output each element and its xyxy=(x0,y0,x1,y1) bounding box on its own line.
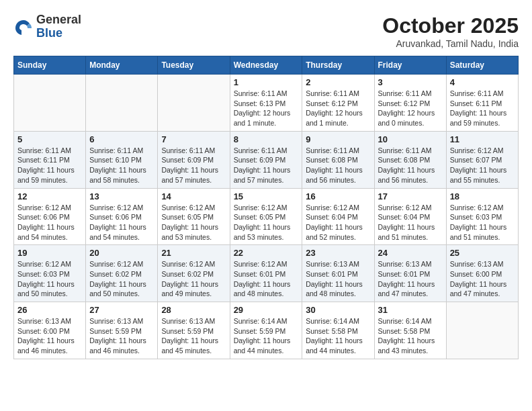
day-info: Sunrise: 6:13 AMSunset: 5:59 PMDaylight:… xyxy=(89,316,154,356)
day-number: 19 xyxy=(17,248,82,258)
calendar-day-cell: 25Sunrise: 6:13 AMSunset: 6:00 PMDayligh… xyxy=(446,245,518,302)
day-number: 11 xyxy=(450,134,515,144)
day-info: Sunrise: 6:11 AMSunset: 6:09 PMDaylight:… xyxy=(234,146,299,185)
day-info: Sunrise: 6:13 AMSunset: 5:59 PMDaylight:… xyxy=(161,316,226,356)
day-number: 3 xyxy=(378,77,443,87)
calendar-week-row: 12Sunrise: 6:12 AMSunset: 6:06 PMDayligh… xyxy=(14,188,519,245)
day-info: Sunrise: 6:12 AMSunset: 6:06 PMDaylight:… xyxy=(17,203,82,242)
day-info: Sunrise: 6:14 AMSunset: 5:58 PMDaylight:… xyxy=(378,316,443,356)
day-number: 1 xyxy=(234,77,299,87)
day-info: Sunrise: 6:13 AMSunset: 6:01 PMDaylight:… xyxy=(306,259,370,299)
day-info: Sunrise: 6:11 AMSunset: 6:12 PMDaylight:… xyxy=(306,89,370,128)
day-number: 20 xyxy=(89,248,154,258)
calendar-day-cell xyxy=(86,75,158,132)
day-info: Sunrise: 6:12 AMSunset: 6:06 PMDaylight:… xyxy=(89,203,154,242)
calendar-day-cell: 23Sunrise: 6:13 AMSunset: 6:01 PMDayligh… xyxy=(302,245,374,302)
calendar-day-cell xyxy=(14,75,86,132)
day-number: 2 xyxy=(306,77,370,87)
calendar-table: SundayMondayTuesdayWednesdayThursdayFrid… xyxy=(13,56,519,359)
calendar-day-cell: 1Sunrise: 6:11 AMSunset: 6:13 PMDaylight… xyxy=(230,75,302,132)
location-subtitle: Aruvankad, Tamil Nadu, India xyxy=(382,38,519,49)
calendar-header-tuesday: Tuesday xyxy=(158,56,230,75)
calendar-day-cell: 16Sunrise: 6:12 AMSunset: 6:04 PMDayligh… xyxy=(302,188,374,245)
day-info: Sunrise: 6:11 AMSunset: 6:10 PMDaylight:… xyxy=(89,146,154,185)
day-info: Sunrise: 6:11 AMSunset: 6:11 PMDaylight:… xyxy=(17,146,82,185)
calendar-day-cell: 18Sunrise: 6:12 AMSunset: 6:03 PMDayligh… xyxy=(446,188,518,245)
calendar-day-cell: 15Sunrise: 6:12 AMSunset: 6:05 PMDayligh… xyxy=(230,188,302,245)
day-info: Sunrise: 6:12 AMSunset: 6:02 PMDaylight:… xyxy=(161,259,226,299)
calendar-day-cell: 17Sunrise: 6:12 AMSunset: 6:04 PMDayligh… xyxy=(374,188,446,245)
day-info: Sunrise: 6:11 AMSunset: 6:13 PMDaylight:… xyxy=(234,89,299,128)
day-info: Sunrise: 6:14 AMSunset: 5:58 PMDaylight:… xyxy=(306,316,370,356)
day-number: 26 xyxy=(17,305,82,315)
day-number: 9 xyxy=(306,134,370,144)
day-number: 27 xyxy=(89,305,154,315)
day-number: 15 xyxy=(234,191,299,201)
calendar-day-cell: 24Sunrise: 6:13 AMSunset: 6:01 PMDayligh… xyxy=(374,245,446,302)
day-number: 21 xyxy=(161,248,226,258)
day-number: 18 xyxy=(450,191,515,201)
day-number: 16 xyxy=(306,191,370,201)
day-number: 28 xyxy=(161,305,226,315)
logo-blue-text: Blue xyxy=(36,27,81,40)
day-info: Sunrise: 6:11 AMSunset: 6:09 PMDaylight:… xyxy=(161,146,226,185)
calendar-day-cell: 27Sunrise: 6:13 AMSunset: 5:59 PMDayligh… xyxy=(86,302,158,359)
calendar-day-cell: 13Sunrise: 6:12 AMSunset: 6:06 PMDayligh… xyxy=(86,188,158,245)
calendar-day-cell: 8Sunrise: 6:11 AMSunset: 6:09 PMDaylight… xyxy=(230,131,302,188)
logo: General Blue xyxy=(13,13,81,40)
calendar-day-cell: 12Sunrise: 6:12 AMSunset: 6:06 PMDayligh… xyxy=(14,188,86,245)
calendar-day-cell xyxy=(446,302,518,359)
calendar-day-cell: 20Sunrise: 6:12 AMSunset: 6:02 PMDayligh… xyxy=(86,245,158,302)
month-title: October 2025 xyxy=(382,13,519,38)
day-info: Sunrise: 6:12 AMSunset: 6:05 PMDaylight:… xyxy=(161,203,226,242)
day-number: 17 xyxy=(378,191,443,201)
day-info: Sunrise: 6:12 AMSunset: 6:07 PMDaylight:… xyxy=(450,146,515,185)
logo-text: General Blue xyxy=(36,13,81,40)
day-info: Sunrise: 6:11 AMSunset: 6:08 PMDaylight:… xyxy=(378,146,443,185)
day-info: Sunrise: 6:11 AMSunset: 6:11 PMDaylight:… xyxy=(450,89,515,128)
day-info: Sunrise: 6:14 AMSunset: 5:59 PMDaylight:… xyxy=(234,316,299,356)
logo-icon xyxy=(13,17,34,37)
calendar-day-cell: 7Sunrise: 6:11 AMSunset: 6:09 PMDaylight… xyxy=(158,131,230,188)
calendar-week-row: 19Sunrise: 6:12 AMSunset: 6:03 PMDayligh… xyxy=(14,245,519,302)
day-info: Sunrise: 6:12 AMSunset: 6:03 PMDaylight:… xyxy=(17,259,82,299)
calendar-day-cell: 26Sunrise: 6:13 AMSunset: 6:00 PMDayligh… xyxy=(14,302,86,359)
day-number: 14 xyxy=(161,191,226,201)
calendar-day-cell: 3Sunrise: 6:11 AMSunset: 6:12 PMDaylight… xyxy=(374,75,446,132)
day-info: Sunrise: 6:13 AMSunset: 6:00 PMDaylight:… xyxy=(17,316,82,356)
calendar-week-row: 26Sunrise: 6:13 AMSunset: 6:00 PMDayligh… xyxy=(14,302,519,359)
day-info: Sunrise: 6:11 AMSunset: 6:08 PMDaylight:… xyxy=(306,146,370,185)
day-info: Sunrise: 6:12 AMSunset: 6:04 PMDaylight:… xyxy=(306,203,370,242)
day-number: 25 xyxy=(450,248,515,258)
day-number: 29 xyxy=(234,305,299,315)
calendar-header-sunday: Sunday xyxy=(14,56,86,75)
day-number: 8 xyxy=(234,134,299,144)
day-info: Sunrise: 6:12 AMSunset: 6:02 PMDaylight:… xyxy=(89,259,154,299)
calendar-header-wednesday: Wednesday xyxy=(230,56,302,75)
day-info: Sunrise: 6:11 AMSunset: 6:12 PMDaylight:… xyxy=(378,89,443,128)
day-number: 31 xyxy=(378,305,443,315)
day-number: 30 xyxy=(306,305,370,315)
calendar-day-cell: 11Sunrise: 6:12 AMSunset: 6:07 PMDayligh… xyxy=(446,131,518,188)
calendar-day-cell xyxy=(158,75,230,132)
calendar-day-cell: 21Sunrise: 6:12 AMSunset: 6:02 PMDayligh… xyxy=(158,245,230,302)
day-number: 22 xyxy=(234,248,299,258)
day-info: Sunrise: 6:12 AMSunset: 6:01 PMDaylight:… xyxy=(234,259,299,299)
calendar-header-row: SundayMondayTuesdayWednesdayThursdayFrid… xyxy=(14,56,519,75)
day-number: 24 xyxy=(378,248,443,258)
calendar-day-cell: 31Sunrise: 6:14 AMSunset: 5:58 PMDayligh… xyxy=(374,302,446,359)
day-number: 13 xyxy=(89,191,154,201)
day-info: Sunrise: 6:13 AMSunset: 6:00 PMDaylight:… xyxy=(450,259,515,299)
logo-general-text: General xyxy=(36,13,81,27)
calendar-day-cell: 2Sunrise: 6:11 AMSunset: 6:12 PMDaylight… xyxy=(302,75,374,132)
day-number: 4 xyxy=(450,77,515,87)
calendar-day-cell: 5Sunrise: 6:11 AMSunset: 6:11 PMDaylight… xyxy=(14,131,86,188)
calendar-day-cell: 14Sunrise: 6:12 AMSunset: 6:05 PMDayligh… xyxy=(158,188,230,245)
day-number: 10 xyxy=(378,134,443,144)
day-info: Sunrise: 6:13 AMSunset: 6:01 PMDaylight:… xyxy=(378,259,443,299)
day-info: Sunrise: 6:12 AMSunset: 6:05 PMDaylight:… xyxy=(234,203,299,242)
day-info: Sunrise: 6:12 AMSunset: 6:04 PMDaylight:… xyxy=(378,203,443,242)
day-number: 23 xyxy=(306,248,370,258)
day-info: Sunrise: 6:12 AMSunset: 6:03 PMDaylight:… xyxy=(450,203,515,242)
day-number: 6 xyxy=(89,134,154,144)
